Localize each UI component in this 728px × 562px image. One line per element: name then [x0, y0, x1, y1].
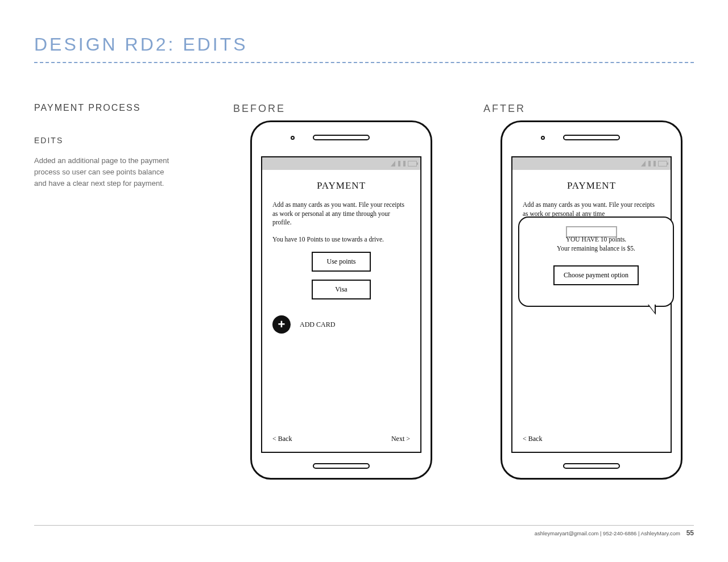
- before-column: BEFORE PAYMENT Add as many cards as you …: [228, 103, 455, 480]
- wizard-nav: < Back: [512, 429, 671, 452]
- edits-description: Added an additional page to the payment …: [34, 155, 171, 189]
- phone-speaker-icon: [563, 135, 620, 140]
- screen-title: PAYMENT: [272, 180, 410, 192]
- wifi-icon: [641, 161, 646, 166]
- phone-frame-before: PAYMENT Add as many cards as you want. F…: [250, 120, 432, 480]
- status-bar: [262, 157, 420, 170]
- add-card-label: ADD CARD: [300, 320, 335, 329]
- content-columns: PAYMENT PROCESS EDITS Added an additiona…: [34, 103, 694, 480]
- signal-icon: [403, 161, 406, 166]
- wizard-nav: < Back Next >: [262, 429, 420, 452]
- after-column: AFTER PAYMENT Add as many cards as you w…: [478, 103, 705, 480]
- use-points-button[interactable]: Use points: [312, 252, 371, 272]
- battery-icon: [408, 161, 417, 166]
- phone-camera-icon: [291, 136, 295, 140]
- visa-button[interactable]: Visa: [312, 280, 371, 299]
- before-label: BEFORE: [233, 103, 455, 115]
- phone-camera-icon: [541, 136, 545, 140]
- back-button[interactable]: < Back: [523, 435, 542, 443]
- phone-home-icon: [563, 463, 620, 469]
- page-title: DESIGN RD2: EDITS: [34, 34, 694, 60]
- section-heading: PAYMENT PROCESS: [34, 103, 205, 113]
- phone-speaker-icon: [313, 135, 370, 140]
- status-bar: [512, 157, 671, 170]
- battery-icon: [658, 161, 667, 166]
- title-divider: [34, 62, 694, 63]
- page-footer: ashleymaryart@gmail.com | 952-240-6886 |…: [34, 525, 694, 537]
- back-button[interactable]: < Back: [272, 435, 292, 443]
- screen-title: PAYMENT: [523, 180, 660, 192]
- screen-body-after: PAYMENT Add as many cards as you want. F…: [512, 170, 671, 429]
- phone-frame-after: PAYMENT Add as many cards as you want. F…: [500, 120, 682, 480]
- wifi-icon: [391, 161, 395, 166]
- payment-instructions: Add as many cards as you want. File your…: [272, 201, 410, 227]
- subsection-heading: EDITS: [34, 136, 205, 145]
- screen-before: PAYMENT Add as many cards as you want. F…: [261, 156, 421, 453]
- after-label: AFTER: [483, 103, 705, 115]
- page-number: 55: [686, 529, 694, 537]
- hidden-button-under-popup: [566, 226, 617, 238]
- footer-contact: ashleymaryart@gmail.com | 952-240-6886 |…: [535, 530, 680, 536]
- signal-icon: [398, 161, 400, 166]
- points-balance-text: You have 10 Points to use towards a driv…: [272, 235, 410, 244]
- next-button[interactable]: Next >: [391, 435, 410, 443]
- signal-icon: [648, 161, 651, 166]
- popup-balance-line: Your remaining balance is $5.: [530, 244, 663, 253]
- phone-home-icon: [313, 463, 370, 469]
- plus-icon: +: [272, 315, 291, 334]
- sidebar: PAYMENT PROCESS EDITS Added an additiona…: [34, 103, 205, 480]
- signal-icon: [653, 161, 656, 166]
- add-card-button[interactable]: + ADD CARD: [272, 315, 410, 334]
- screen-after: PAYMENT Add as many cards as you want. F…: [511, 156, 672, 453]
- payment-instructions: Add as many cards as you want. File your…: [523, 201, 660, 218]
- choose-payment-button[interactable]: Choose payment option: [553, 265, 639, 285]
- screen-body-before: PAYMENT Add as many cards as you want. F…: [262, 170, 420, 429]
